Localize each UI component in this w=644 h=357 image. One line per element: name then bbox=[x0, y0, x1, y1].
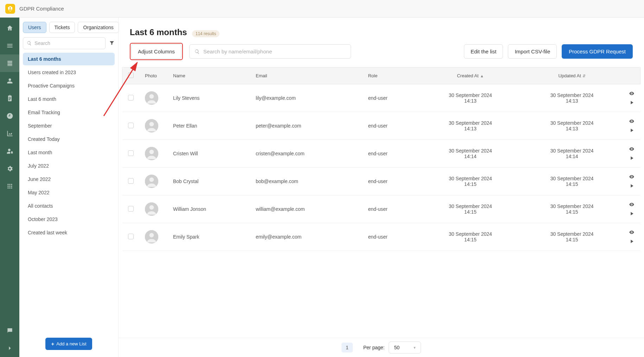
sidebar-list-item[interactable]: Last 6 months bbox=[23, 53, 115, 65]
row-checkbox[interactable] bbox=[128, 95, 134, 100]
per-page-select[interactable]: 50 ▾ bbox=[389, 342, 421, 353]
rail-gear-icon[interactable] bbox=[0, 160, 19, 177]
cell-created: 30 September 202414:14 bbox=[425, 148, 516, 159]
svg-point-2 bbox=[11, 184, 12, 185]
process-gdpr-button[interactable]: Process GDPR Request bbox=[562, 44, 633, 59]
svg-point-1 bbox=[9, 184, 10, 185]
eye-icon[interactable] bbox=[629, 229, 635, 235]
cell-role: end-user bbox=[362, 140, 420, 168]
left-rail bbox=[0, 0, 19, 357]
row-checkbox[interactable] bbox=[128, 123, 134, 128]
rail-home-icon[interactable] bbox=[0, 19, 19, 37]
sidebar-list-item[interactable]: October 2023 bbox=[23, 213, 115, 226]
play-icon[interactable] bbox=[629, 239, 635, 244]
sort-icon: ▲ bbox=[480, 74, 484, 78]
avatar bbox=[145, 91, 158, 105]
sidebar-list-item[interactable]: All contacts bbox=[23, 200, 115, 212]
sidebar-list-item[interactable]: Created last week bbox=[23, 226, 115, 239]
sidebar-list-item[interactable]: Last 6 month bbox=[23, 93, 115, 105]
adjust-columns-highlight: Adjust Columns bbox=[130, 43, 183, 60]
table-row: Emily Spark emily@example.com end-user 3… bbox=[122, 223, 640, 251]
sidebar-list-item[interactable]: June 2022 bbox=[23, 173, 115, 186]
play-icon[interactable] bbox=[629, 100, 635, 105]
play-icon[interactable] bbox=[629, 155, 635, 161]
main-search[interactable] bbox=[189, 44, 351, 59]
table-row: Bob Crystal bob@example.com end-user 30 … bbox=[122, 168, 640, 195]
tab-users[interactable]: Users bbox=[23, 22, 46, 33]
svg-point-19 bbox=[149, 205, 154, 210]
eye-icon[interactable] bbox=[629, 146, 635, 152]
rail-user-lock-icon[interactable] bbox=[0, 142, 19, 160]
row-checkbox[interactable] bbox=[128, 178, 134, 184]
col-photo[interactable]: Photo bbox=[139, 67, 167, 84]
svg-point-8 bbox=[11, 187, 12, 188]
cell-email: peter@example.com bbox=[250, 112, 362, 140]
table-row: Cristen Will cristen@example.com end-use… bbox=[122, 140, 640, 168]
filter-icon[interactable] bbox=[109, 40, 115, 47]
search-icon bbox=[27, 40, 32, 46]
sidebar-list-item[interactable]: September bbox=[23, 119, 115, 132]
page-title: Last 6 months bbox=[130, 27, 187, 37]
rail-chevron-right-icon[interactable] bbox=[0, 339, 19, 357]
users-table: Photo Name Email Role Created At▲ Update… bbox=[122, 67, 640, 251]
edit-list-button[interactable]: Edit the list bbox=[464, 44, 503, 59]
add-list-button[interactable]: + Add a new List bbox=[45, 338, 92, 350]
play-icon[interactable] bbox=[629, 128, 635, 133]
select-all-checkbox[interactable] bbox=[128, 72, 134, 78]
sidebar-list-item[interactable]: Users created in 2023 bbox=[23, 66, 115, 79]
svg-point-15 bbox=[149, 150, 154, 154]
sidebar-list-item[interactable]: Proactive Campaigns bbox=[23, 79, 115, 92]
import-csv-button[interactable]: Import CSV-file bbox=[508, 44, 557, 59]
col-created-at[interactable]: Created At▲ bbox=[420, 67, 521, 84]
cell-role: end-user bbox=[362, 84, 420, 112]
sidebar-list-item[interactable]: Email Tracking bbox=[23, 106, 115, 119]
sidebar-list-item[interactable]: July 2022 bbox=[23, 160, 115, 172]
col-updated-at[interactable]: Updated At⇵ bbox=[521, 67, 623, 84]
col-email[interactable]: Email bbox=[250, 67, 362, 84]
col-role[interactable]: Role bbox=[362, 67, 420, 84]
row-checkbox[interactable] bbox=[128, 206, 134, 212]
rail-menu-icon[interactable] bbox=[0, 37, 19, 54]
row-checkbox[interactable] bbox=[128, 234, 134, 239]
avatar bbox=[145, 230, 158, 244]
sidebar-list-item[interactable]: Last month bbox=[23, 146, 115, 159]
table-row: William Jonson william@example.com end-u… bbox=[122, 195, 640, 223]
sidebar-search-input[interactable] bbox=[34, 40, 102, 46]
results-badge: 114 results bbox=[192, 30, 220, 37]
rail-list-icon[interactable] bbox=[0, 54, 19, 72]
sidebar-list-item[interactable]: Created Today bbox=[23, 133, 115, 145]
tab-organizations[interactable]: Organizations bbox=[78, 22, 119, 33]
rail-clock-icon[interactable] bbox=[0, 107, 19, 125]
rail-grid-icon[interactable] bbox=[0, 177, 19, 195]
search-icon bbox=[195, 49, 200, 54]
cell-created: 30 September 202414:15 bbox=[425, 203, 516, 215]
rail-chat-icon[interactable] bbox=[0, 322, 19, 339]
adjust-columns-button[interactable]: Adjust Columns bbox=[131, 44, 181, 59]
page-number[interactable]: 1 bbox=[342, 343, 353, 352]
main-search-input[interactable] bbox=[203, 48, 346, 54]
col-name[interactable]: Name bbox=[167, 67, 250, 84]
table-row: Lily Stevens lily@example.com end-user 3… bbox=[122, 84, 640, 112]
table-wrap: Photo Name Email Role Created At▲ Update… bbox=[119, 67, 644, 338]
rail-chart-icon[interactable] bbox=[0, 125, 19, 142]
sidebar-search[interactable] bbox=[23, 37, 106, 49]
eye-icon[interactable] bbox=[629, 174, 635, 180]
sidebar-list-item[interactable]: May 2022 bbox=[23, 186, 115, 199]
svg-point-4 bbox=[9, 186, 10, 187]
cell-name: Cristen Will bbox=[167, 140, 250, 168]
svg-point-13 bbox=[149, 122, 154, 126]
play-icon[interactable] bbox=[629, 211, 635, 216]
eye-icon[interactable] bbox=[629, 118, 635, 124]
top-header: GDPR Compliance bbox=[0, 0, 644, 18]
eye-icon[interactable] bbox=[629, 91, 635, 96]
row-checkbox[interactable] bbox=[128, 150, 134, 156]
eye-icon[interactable] bbox=[629, 202, 635, 207]
svg-point-7 bbox=[9, 187, 10, 188]
play-icon[interactable] bbox=[629, 183, 635, 189]
cell-role: end-user bbox=[362, 223, 420, 251]
app-title: GDPR Compliance bbox=[19, 6, 64, 12]
rail-clipboard-icon[interactable] bbox=[0, 90, 19, 107]
chevron-down-icon: ▾ bbox=[414, 345, 416, 350]
tab-tickets[interactable]: Tickets bbox=[49, 22, 75, 33]
rail-profile-icon[interactable] bbox=[0, 72, 19, 90]
